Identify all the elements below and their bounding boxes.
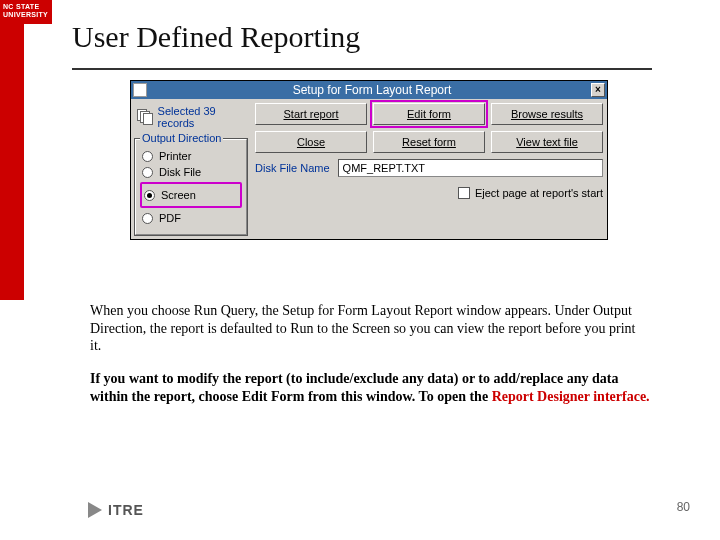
- titlebar: Setup for Form Layout Report ×: [131, 81, 607, 99]
- brand-bar: [0, 0, 24, 300]
- paragraph-1: When you choose Run Query, the Setup for…: [90, 302, 650, 355]
- para2-highlight: Report Designer interface.: [492, 389, 650, 404]
- radio-screen-label: Screen: [161, 189, 196, 201]
- radio-icon: [144, 190, 155, 201]
- radio-icon: [142, 151, 153, 162]
- records-count: Selected 39 records: [135, 103, 247, 135]
- close-button[interactable]: ×: [591, 83, 605, 97]
- edit-form-button[interactable]: Edit form: [373, 103, 485, 125]
- highlight-screen: Screen: [140, 182, 242, 208]
- radio-icon: [142, 213, 153, 224]
- radio-diskfile-label: Disk File: [159, 166, 201, 178]
- eject-label: Eject page at report's start: [475, 187, 603, 199]
- document-icon: [133, 83, 147, 97]
- group-label: Output Direction: [140, 132, 223, 144]
- disk-file-label: Disk File Name: [255, 162, 330, 174]
- reset-form-button[interactable]: Reset form: [373, 131, 485, 153]
- dialog-window: Setup for Form Layout Report × Selected …: [130, 80, 608, 240]
- view-text-file-button[interactable]: View text file: [491, 131, 603, 153]
- radio-diskfile[interactable]: Disk File: [142, 166, 240, 178]
- browse-results-button[interactable]: Browse results: [491, 103, 603, 125]
- ncstate-logo: NC STATE UNIVERSITY: [0, 0, 52, 24]
- records-text: Selected 39 records: [158, 105, 247, 129]
- radio-icon: [142, 167, 153, 178]
- dialog-title: Setup for Form Layout Report: [153, 83, 591, 97]
- radio-pdf[interactable]: PDF: [142, 212, 240, 224]
- start-report-button[interactable]: Start report: [255, 103, 367, 125]
- itre-text: ITRE: [108, 502, 144, 518]
- brand-line1: NC STATE: [3, 3, 39, 10]
- title-rule: [72, 68, 652, 70]
- radio-screen[interactable]: Screen: [144, 189, 238, 201]
- eject-checkbox[interactable]: [458, 187, 470, 199]
- radio-pdf-label: PDF: [159, 212, 181, 224]
- close-dialog-button[interactable]: Close: [255, 131, 367, 153]
- itre-logo: ITRE: [88, 502, 144, 518]
- output-direction-group: Output Direction Printer Disk File Scree…: [135, 139, 247, 235]
- radio-printer-label: Printer: [159, 150, 191, 162]
- arrow-icon: [88, 502, 102, 518]
- radio-printer[interactable]: Printer: [142, 150, 240, 162]
- brand-line2: UNIVERSITY: [3, 11, 48, 18]
- disk-file-input[interactable]: QMF_REPT.TXT: [338, 159, 603, 177]
- page-number: 80: [677, 500, 690, 514]
- records-icon: [137, 109, 152, 125]
- page-title: User Defined Reporting: [72, 20, 360, 54]
- paragraph-2: If you want to modify the report (to inc…: [90, 370, 650, 405]
